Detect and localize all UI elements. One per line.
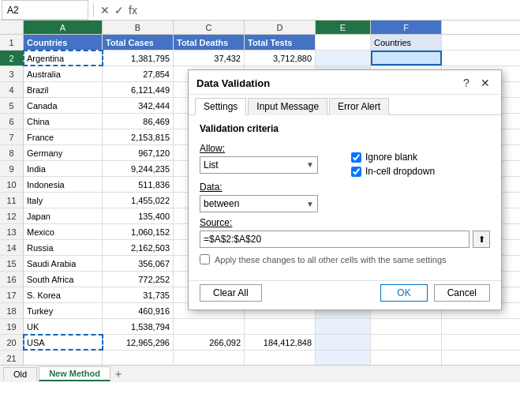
cell-b17[interactable]: 31,735 <box>103 287 174 302</box>
tab-input-message[interactable]: Input Message <box>248 98 327 115</box>
row-num-19: 19 <box>0 319 24 334</box>
cell-f2[interactable] <box>371 51 442 66</box>
formula-icons: ✕ ✓ fx <box>97 4 140 17</box>
cell-b5[interactable]: 342,444 <box>103 98 174 113</box>
source-section: Source: ⬆ <box>200 217 490 248</box>
cell-c20[interactable]: 266,092 <box>174 335 245 350</box>
table-row: 2 Argentina 1,381,795 37,432 3,712,880 <box>0 51 520 66</box>
cell-c19 <box>174 319 245 334</box>
cell-b6[interactable]: 86,469 <box>103 114 174 129</box>
in-cell-dropdown-checkbox[interactable] <box>351 167 361 177</box>
ok-button[interactable]: OK <box>380 284 427 302</box>
cell-b16[interactable]: 772,252 <box>103 272 174 287</box>
row-num-6: 6 <box>0 114 24 129</box>
cell-a12[interactable]: Japan <box>24 208 103 223</box>
name-box[interactable]: A2 <box>2 0 88 20</box>
cell-b9[interactable]: 9,244,235 <box>103 161 174 176</box>
cancel-formula-icon[interactable]: ✕ <box>100 4 110 17</box>
apply-checkbox[interactable] <box>200 254 210 264</box>
cell-a7[interactable]: France <box>24 129 103 144</box>
cancel-button[interactable]: Cancel <box>434 284 490 302</box>
cell-a17[interactable]: S. Korea <box>24 287 103 302</box>
cell-b2[interactable]: 1,381,795 <box>103 51 174 66</box>
cell-b13[interactable]: 1,060,152 <box>103 224 174 239</box>
in-cell-dropdown-checkbox-row[interactable]: In-cell dropdown <box>351 166 490 177</box>
cell-b14[interactable]: 2,162,503 <box>103 240 174 255</box>
dialog-title: Data Validation <box>196 77 270 89</box>
fx-icon[interactable]: fx <box>129 4 137 17</box>
cell-b12[interactable]: 135,400 <box>103 208 174 223</box>
table-row: 20 USA 12,965,296 266,092 184,412,848 <box>0 335 520 351</box>
cell-a19[interactable]: UK <box>24 319 103 334</box>
cell-a5[interactable]: Canada <box>24 98 103 113</box>
data-label: Data: <box>200 182 490 193</box>
cell-a10[interactable]: Indonesia <box>24 177 103 192</box>
cell-a20[interactable]: USA <box>24 335 103 350</box>
sheet-tab-old[interactable]: Old <box>3 367 37 381</box>
cell-b15[interactable]: 356,067 <box>103 256 174 271</box>
col-header-e[interactable]: E <box>316 21 371 34</box>
cell-d2[interactable]: 3,712,880 <box>245 51 316 66</box>
dialog-close-button[interactable]: ✕ <box>477 75 493 91</box>
col-header-b[interactable]: B <box>103 21 174 34</box>
source-input[interactable] <box>200 231 469 248</box>
cell-b7[interactable]: 2,153,815 <box>103 129 174 144</box>
cell-a16[interactable]: South Africa <box>24 272 103 287</box>
cell-b4[interactable]: 6,121,449 <box>103 82 174 97</box>
cell-b8[interactable]: 967,120 <box>103 145 174 160</box>
cell-a6[interactable]: China <box>24 114 103 129</box>
checkbox-group: Ignore blank In-cell dropdown <box>351 152 490 177</box>
clear-all-button[interactable]: Clear All <box>200 284 262 302</box>
formula-input[interactable] <box>140 0 520 20</box>
tab-error-alert[interactable]: Error Alert <box>329 98 389 115</box>
cell-c2[interactable]: 37,432 <box>174 51 245 66</box>
dialog-help-button[interactable]: ? <box>458 75 474 91</box>
cell-d20[interactable]: 184,412,848 <box>245 335 316 350</box>
cell-d1: Total Tests <box>245 35 316 50</box>
col-header-f[interactable]: F <box>371 21 442 34</box>
col-header-d[interactable]: D <box>245 21 316 34</box>
source-collapse-icon: ⬆ <box>478 234 485 245</box>
data-select[interactable]: between ▼ <box>200 195 318 212</box>
cell-b20[interactable]: 12,965,296 <box>103 335 174 350</box>
cell-a13[interactable]: Mexico <box>24 224 103 239</box>
cell-f21 <box>371 351 442 366</box>
spreadsheet-container: A2 ✕ ✓ fx A B C D E F 1 Countries Total … <box>0 0 520 382</box>
confirm-formula-icon[interactable]: ✓ <box>114 4 124 17</box>
cell-b11[interactable]: 1,455,022 <box>103 193 174 208</box>
row-num-17: 17 <box>0 287 24 302</box>
allow-select[interactable]: List ▼ <box>200 156 318 174</box>
cell-c1: Total Deaths <box>174 35 245 50</box>
sheet-tab-new-method[interactable]: New Method <box>39 366 110 381</box>
dialog-title-bar: Data Validation ? ✕ <box>189 70 501 95</box>
cell-a15[interactable]: Saudi Arabia <box>24 256 103 271</box>
ignore-blank-checkbox[interactable] <box>351 152 361 163</box>
cell-a1: Countries <box>24 35 103 50</box>
cell-a11[interactable]: Italy <box>24 193 103 208</box>
tab-settings[interactable]: Settings <box>195 98 246 115</box>
cell-b18[interactable]: 460,916 <box>103 303 174 318</box>
cell-a8[interactable]: Germany <box>24 145 103 160</box>
cell-a2[interactable]: Argentina <box>24 51 103 66</box>
row-num-2: 2 <box>0 51 24 66</box>
col-header-a[interactable]: A <box>24 21 103 34</box>
apply-row: Apply these changes to all other cells w… <box>200 254 490 264</box>
col-header-c[interactable]: C <box>174 21 245 34</box>
cell-a3[interactable]: Australia <box>24 66 103 81</box>
cell-a14[interactable]: Russia <box>24 240 103 255</box>
allow-row: Allow: List ▼ Ignore blank <box>200 139 490 177</box>
source-collapse-button[interactable]: ⬆ <box>473 231 490 248</box>
apply-text: Apply these changes to all other cells w… <box>215 255 447 264</box>
ignore-blank-checkbox-row[interactable]: Ignore blank <box>351 152 490 163</box>
table-row: 19 UK 1,538,794 <box>0 319 520 335</box>
dialog-tabs: Settings Input Message Error Alert <box>189 95 501 115</box>
cell-b3[interactable]: 27,854 <box>103 66 174 81</box>
cell-a18[interactable]: Turkey <box>24 303 103 318</box>
col-headers: A B C D E F <box>0 21 520 35</box>
cell-a9[interactable]: India <box>24 161 103 176</box>
cell-a4[interactable]: Brazil <box>24 82 103 97</box>
cell-b10[interactable]: 511,836 <box>103 177 174 192</box>
add-sheet-button[interactable]: ＋ <box>112 368 125 381</box>
header-row: 1 Countries Total Cases Total Deaths Tot… <box>0 35 520 51</box>
cell-b19[interactable]: 1,538,794 <box>103 319 174 334</box>
